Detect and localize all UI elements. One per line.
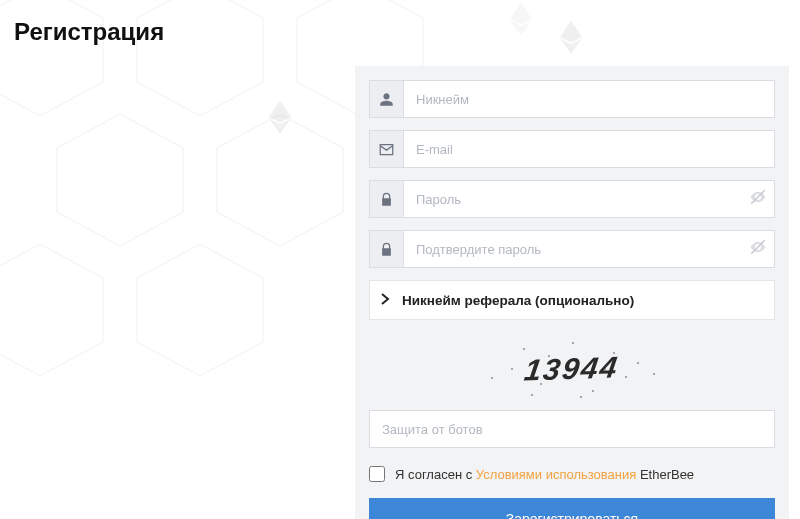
svg-marker-5	[137, 244, 263, 376]
mail-icon	[369, 130, 403, 168]
email-input[interactable]	[403, 130, 775, 168]
captcha-image: 13944	[369, 334, 775, 404]
terms-link[interactable]: Условиями использования	[476, 467, 637, 482]
password-confirm-input[interactable]	[403, 230, 775, 268]
svg-marker-8	[269, 119, 291, 134]
agree-text: Я согласен с Условиями использования Eth…	[395, 467, 694, 482]
captcha-text: 13944	[523, 350, 622, 387]
lock-icon	[369, 230, 403, 268]
svg-marker-2	[57, 114, 183, 246]
referral-toggle-label: Никнейм реферала (опционально)	[402, 293, 634, 308]
agree-checkbox[interactable]	[369, 466, 385, 482]
page-title: Регистрация	[0, 0, 800, 46]
user-icon	[369, 80, 403, 118]
referral-toggle[interactable]: Никнейм реферала (опционально)	[369, 280, 775, 320]
register-button[interactable]: Зарегистрироваться	[369, 498, 775, 519]
lock-icon	[369, 180, 403, 218]
agree-row: Я согласен с Условиями использования Eth…	[369, 466, 775, 482]
agree-prefix: Я согласен с	[395, 467, 476, 482]
captcha-input[interactable]	[369, 410, 775, 448]
svg-marker-7	[269, 101, 291, 123]
password-input[interactable]	[403, 180, 775, 218]
nickname-input[interactable]	[403, 80, 775, 118]
eye-off-icon[interactable]	[749, 188, 767, 210]
email-row	[369, 130, 775, 168]
password-confirm-row	[369, 230, 775, 268]
nickname-row	[369, 80, 775, 118]
password-row	[369, 180, 775, 218]
agree-suffix: EtherBee	[636, 467, 694, 482]
registration-form: Никнейм реферала (опционально) 13944 Я с…	[355, 66, 789, 519]
svg-marker-3	[217, 114, 343, 246]
svg-marker-4	[0, 244, 103, 376]
eye-off-icon[interactable]	[749, 238, 767, 260]
chevron-right-icon	[380, 291, 390, 309]
